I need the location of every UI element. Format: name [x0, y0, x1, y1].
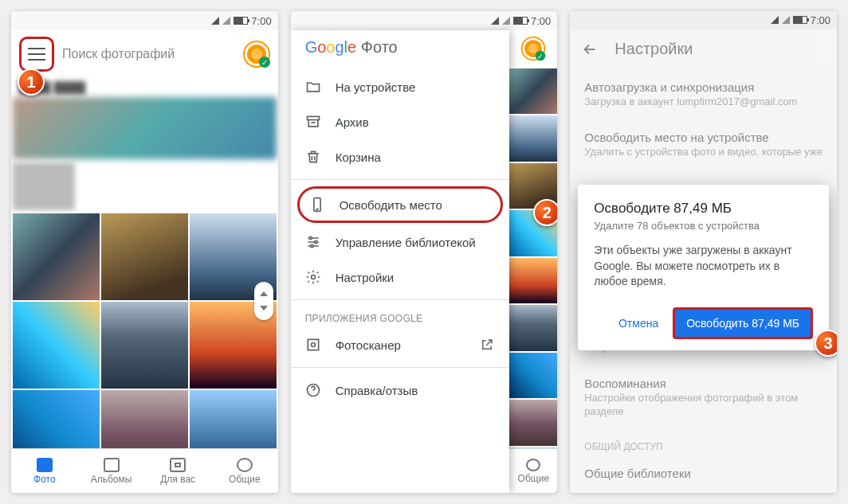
- bottom-nav: Фото Альбомы Для вас Общие: [11, 448, 278, 493]
- step-marker-2: 2: [533, 199, 557, 226]
- drawer-item-photoscan[interactable]: Фотосканер: [291, 327, 510, 362]
- photo-grid: [11, 213, 278, 477]
- drawer-item-label: Освободить место: [340, 198, 442, 212]
- photo-thumbnail-blurred[interactable]: [13, 97, 277, 159]
- clock: 7:00: [811, 14, 830, 26]
- clock: 7:00: [531, 15, 551, 27]
- photo-thumbnail[interactable]: [13, 213, 100, 300]
- photo-thumbnail[interactable]: [13, 162, 75, 210]
- drawer-item-on-device[interactable]: На устройстве: [291, 69, 510, 104]
- search-input[interactable]: Поиск фотографий: [62, 47, 235, 61]
- drawer-item-label: Справка/отзыв: [336, 384, 418, 397]
- tab-albums[interactable]: Альбомы: [78, 449, 145, 493]
- settings-item-free-up[interactable]: Освободить место на устройстве Удалить с…: [570, 119, 837, 170]
- photo-thumbnail[interactable]: [101, 213, 188, 300]
- signal-icon: [491, 17, 499, 25]
- clock: 7:00: [251, 15, 271, 27]
- drawer-item-label: Корзина: [336, 150, 381, 164]
- scroll-scrubber[interactable]: [254, 282, 273, 320]
- tab-label: Общие: [229, 474, 260, 485]
- settings-header: Настройки: [570, 29, 837, 69]
- photoscan-icon: [305, 337, 321, 353]
- drawer-item-label: Управление библиотекой: [336, 236, 476, 249]
- back-icon[interactable]: [581, 41, 599, 58]
- tab-sharing[interactable]: Общие: [211, 449, 278, 493]
- status-bar: 7:00: [11, 11, 278, 30]
- svg-rect-6: [308, 339, 318, 350]
- photo-icon: [37, 458, 53, 472]
- drawer-section-label: ПРИЛОЖЕНИЯ GOOGLE: [291, 305, 510, 327]
- tab-for-you[interactable]: Для вас: [144, 449, 211, 493]
- navigation-drawer: Google Фото На устройстве Архив Корзина …: [291, 30, 510, 493]
- page-title: Настройки: [614, 40, 693, 58]
- search-bar: Поиск фотографий: [11, 30, 278, 78]
- gear-icon: [305, 269, 321, 285]
- battery-icon: [513, 17, 528, 25]
- divider: [291, 179, 510, 180]
- photo-thumbnail[interactable]: [101, 302, 188, 389]
- drawer-item-label: Настройки: [336, 271, 395, 284]
- step-marker-3: 3: [815, 330, 837, 357]
- tab-label: Альбомы: [91, 474, 132, 485]
- peek-tab-sharing[interactable]: Общие: [509, 448, 557, 493]
- item-subtitle: Загрузка в аккаунт lumpfirm2017@gmail.co…: [584, 96, 822, 109]
- svg-point-3: [314, 240, 316, 243]
- svg-point-7: [311, 343, 315, 347]
- drawer-item-label: Архив: [336, 115, 369, 129]
- sharing-icon: [526, 459, 540, 471]
- drawer-item-help[interactable]: Справка/отзыв: [291, 373, 510, 408]
- battery-icon: [234, 17, 248, 25]
- svg-rect-0: [307, 116, 319, 119]
- tab-label: Фото: [33, 474, 56, 485]
- settings-item-backup[interactable]: Автозагрузка и синхронизация Загрузка в …: [570, 69, 837, 120]
- menu-button[interactable]: [19, 37, 54, 72]
- account-avatar[interactable]: [243, 41, 270, 68]
- settings-item-memories[interactable]: Воспоминания Настройки отображения фотог…: [570, 365, 837, 430]
- battery-icon: [793, 16, 807, 24]
- signal-icon: [222, 17, 230, 25]
- account-avatar: [521, 37, 546, 61]
- for-you-icon: [170, 458, 186, 472]
- dialog-subtitle: Удалите 78 объектов с устройства: [594, 220, 813, 232]
- date-header-blurred: ████ ████: [11, 78, 278, 97]
- backdrop-photos: [509, 30, 557, 493]
- tab-photos[interactable]: Фото: [11, 449, 78, 493]
- signal-icon: [502, 17, 510, 25]
- confirm-free-up-button[interactable]: Освободить 87,49 МБ: [673, 307, 813, 339]
- step-marker-1: 1: [18, 68, 45, 96]
- albums-icon: [104, 458, 120, 472]
- status-bar: 7:00: [570, 11, 837, 29]
- drawer-item-label: Фотосканер: [336, 338, 401, 352]
- tab-label: Для вас: [160, 474, 195, 485]
- item-title: Общие библиотеки: [584, 467, 822, 480]
- dialog-body: Эти объекты уже загружены в аккаунт Goog…: [594, 243, 813, 290]
- drawer-brand: Google Фото: [291, 30, 510, 69]
- hamburger-icon: [28, 48, 45, 61]
- settings-item-shared-libraries[interactable]: Общие библиотеки: [570, 455, 837, 493]
- item-title: Освободить место на устройстве: [584, 131, 822, 144]
- tune-icon: [305, 234, 321, 250]
- divider: [291, 299, 510, 300]
- settings-section-label: ОБЩИЙ ДОСТУП: [570, 430, 837, 455]
- svg-point-2: [309, 236, 312, 239]
- phone-2-drawer: 7:00 Общие Google Фото На устройстве Арх…: [291, 11, 558, 493]
- drawer-item-trash[interactable]: Корзина: [291, 139, 510, 174]
- free-up-space-dialog: Освободите 87,49 МБ Удалите 78 объектов …: [578, 185, 829, 350]
- signal-icon: [771, 16, 779, 24]
- cancel-button[interactable]: Отмена: [610, 311, 666, 336]
- sharing-icon: [237, 458, 253, 472]
- tab-label: Общие: [518, 473, 549, 484]
- drawer-item-archive[interactable]: Архив: [291, 104, 510, 139]
- drawer-item-manage-library[interactable]: Управление библиотекой: [291, 225, 510, 260]
- archive-icon: [305, 114, 321, 130]
- photo-thumbnail[interactable]: [13, 302, 100, 389]
- signal-icon: [211, 17, 219, 25]
- drawer-item-free-up-space[interactable]: Освободить место: [297, 186, 504, 223]
- svg-point-4: [310, 244, 312, 247]
- help-icon: [305, 382, 321, 398]
- phone-3-dialog: 7:00 Настройки Автозагрузка и синхрониза…: [570, 11, 837, 493]
- folder-icon: [305, 79, 321, 95]
- trash-icon: [305, 149, 321, 165]
- drawer-item-settings[interactable]: Настройки: [291, 260, 510, 295]
- status-bar: 7:00: [291, 11, 558, 30]
